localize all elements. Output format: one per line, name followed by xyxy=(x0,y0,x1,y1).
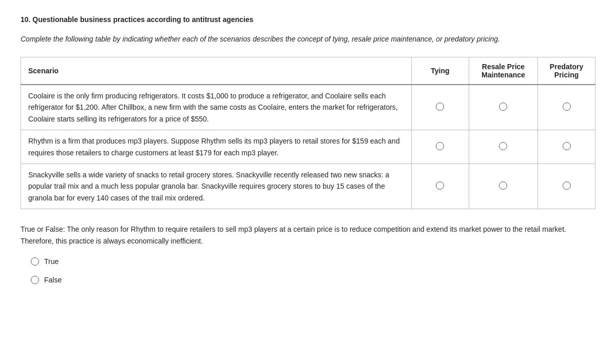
predatory-radio-3[interactable] xyxy=(563,181,571,190)
header-scenario-label: Scenario xyxy=(28,67,59,75)
table-row: Snackyville sells a wide variety of snac… xyxy=(21,164,595,209)
instructions: Complete the following table by indicati… xyxy=(21,34,595,45)
scenario-cell-1: Coolaire is the only firm producing refr… xyxy=(21,85,412,130)
tying-radio-cell-3 xyxy=(411,164,469,209)
resale-radio-cell-3 xyxy=(469,164,537,209)
th-predatory: Predatory Pricing xyxy=(538,57,595,85)
scenario-cell-3: Snackyville sells a wide variety of snac… xyxy=(21,164,412,209)
resale-radio-3[interactable] xyxy=(499,181,507,190)
true-false-options: True False xyxy=(31,256,595,286)
resale-radio-cell-2 xyxy=(469,130,537,164)
th-tying: Tying xyxy=(411,57,469,85)
predatory-radio-1[interactable] xyxy=(563,103,571,111)
header-resale-line2: Maintenance xyxy=(482,71,525,79)
table-row: Coolaire is the only firm producing refr… xyxy=(21,85,595,130)
header-tying-label: Tying xyxy=(431,67,449,75)
resale-radio-1[interactable] xyxy=(499,103,507,111)
th-resale: Resale Price Maintenance xyxy=(469,57,537,85)
header-resale-line1: Resale Price xyxy=(482,63,525,71)
tying-radio-cell-2 xyxy=(411,130,469,164)
true-false-section: True or False: The only reason for Rhyth… xyxy=(21,224,595,286)
scenario-text-2: Rhythm is a firm that produces mp3 playe… xyxy=(28,137,400,156)
false-option[interactable]: False xyxy=(31,274,595,286)
predatory-radio-2[interactable] xyxy=(563,142,571,150)
table-row: Rhythm is a firm that produces mp3 playe… xyxy=(21,130,595,164)
true-label: True xyxy=(44,256,59,267)
false-label: False xyxy=(44,274,62,286)
table-header-row: Scenario Tying Resale Price Maintenance … xyxy=(21,57,595,85)
tying-radio-1[interactable] xyxy=(436,103,444,111)
true-radio[interactable] xyxy=(31,257,39,266)
th-scenario: Scenario xyxy=(21,57,412,85)
resale-radio-2[interactable] xyxy=(499,142,507,150)
predatory-radio-cell-1 xyxy=(538,85,595,130)
header-predatory-line2: Pricing xyxy=(554,71,579,79)
false-radio[interactable] xyxy=(31,276,39,284)
scenario-cell-2: Rhythm is a firm that produces mp3 playe… xyxy=(21,130,412,164)
tying-radio-2[interactable] xyxy=(436,142,444,150)
header-predatory-line1: Predatory xyxy=(550,63,583,71)
scenario-table: Scenario Tying Resale Price Maintenance … xyxy=(21,57,595,209)
scenario-text-1: Coolaire is the only firm producing refr… xyxy=(28,92,398,123)
tying-radio-3[interactable] xyxy=(436,181,444,190)
predatory-radio-cell-2 xyxy=(538,130,595,164)
tying-radio-cell-1 xyxy=(411,85,469,130)
resale-radio-cell-1 xyxy=(469,85,537,130)
predatory-radio-cell-3 xyxy=(538,164,595,209)
true-option[interactable]: True xyxy=(31,256,595,267)
scenario-text-3: Snackyville sells a wide variety of snac… xyxy=(28,171,389,202)
question-title: 10. Questionable business practices acco… xyxy=(21,15,595,24)
true-false-statement: True or False: The only reason for Rhyth… xyxy=(21,224,595,247)
